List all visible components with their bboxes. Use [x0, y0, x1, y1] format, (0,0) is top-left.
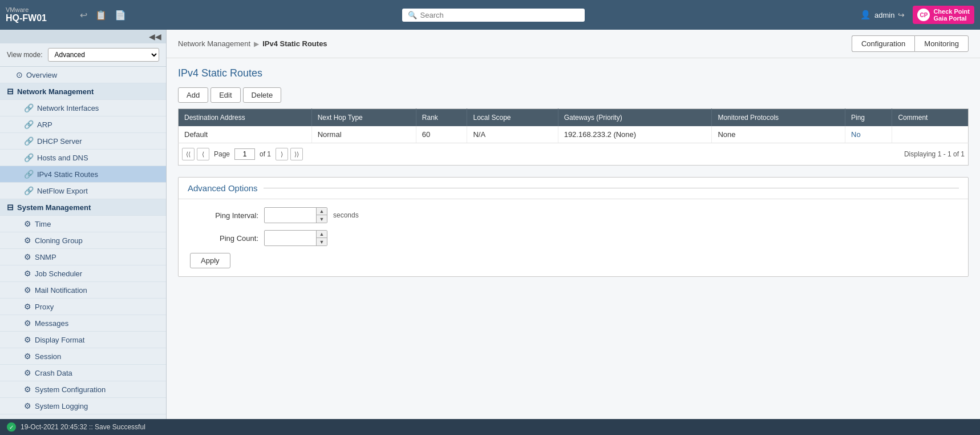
sidebar-item-hosts-dns[interactable]: 🔗 Hosts and DNS	[0, 150, 166, 166]
sidebar-item-label: System Configuration	[35, 385, 159, 394]
sidebar-item-snmp[interactable]: ⚙ SNMP	[0, 249, 166, 265]
sidebar-item-label: Messages	[35, 319, 159, 328]
ping-interval-input[interactable]: Default: 10	[265, 209, 316, 221]
cell-destination: Default	[179, 126, 312, 143]
page-first-button[interactable]: ⟨⟨	[182, 148, 195, 160]
time-icon: ⚙	[24, 219, 31, 228]
breadcrumb: Network Management ▶ IPv4 Static Routes	[178, 39, 327, 48]
ping-interval-down[interactable]: ▼	[317, 215, 327, 223]
ping-interval-up[interactable]: ▲	[317, 208, 327, 215]
breadcrumb-current: IPv4 Static Routes	[262, 39, 327, 48]
sidebar-item-display-format[interactable]: ⚙ Display Format	[0, 332, 166, 348]
network-mgmt-icon: ⊟	[7, 87, 14, 96]
add-button[interactable]: Add	[178, 87, 208, 103]
col-comment: Comment	[892, 109, 969, 127]
view-mode-select[interactable]: Advanced Basic	[48, 48, 159, 62]
sidebar-item-session[interactable]: ⚙ Session	[0, 348, 166, 365]
delete-button[interactable]: Delete	[243, 87, 282, 103]
status-success-icon: ✓	[7, 422, 16, 432]
page-prev-button[interactable]: ⟨	[197, 148, 209, 160]
session-icon: ⚙	[24, 352, 31, 361]
logout-icon[interactable]: ↪	[898, 10, 905, 19]
cloning-icon: ⚙	[24, 236, 31, 245]
configuration-button[interactable]: Configuration	[852, 35, 914, 52]
cell-next-hop: Normal	[311, 126, 416, 143]
sidebar-item-proxy[interactable]: ⚙ Proxy	[0, 299, 166, 315]
content-scroll: IPv4 Static Routes Add Edit Delete Desti…	[167, 58, 980, 419]
search-input[interactable]	[420, 11, 579, 19]
sidebar-item-system-management[interactable]: ⊟ System Management	[0, 199, 166, 216]
ping-count-input[interactable]: Default: 3	[265, 232, 316, 244]
snmp-icon: ⚙	[24, 252, 31, 261]
brand: VMware HQ-FW01	[6, 6, 63, 23]
sidebar-item-network-management[interactable]: ⊟ Network Management	[0, 83, 166, 100]
sidebar-item-network-interfaces[interactable]: 🔗 Network Interfaces	[0, 100, 166, 116]
apply-button[interactable]: Apply	[190, 253, 230, 268]
cell-rank: 60	[416, 126, 467, 143]
sidebar-item-dhcp-server[interactable]: 🔗 DHCP Server	[0, 133, 166, 150]
collapse-icon: ◀◀	[149, 32, 161, 41]
user-icon: 👤	[860, 10, 871, 20]
system-config-icon: ⚙	[24, 385, 31, 394]
clipboard-icon[interactable]: 📋	[95, 10, 107, 21]
sidebar-item-ipv4-static-routes[interactable]: 🔗 IPv4 Static Routes	[0, 166, 166, 183]
content-header: Network Management ▶ IPv4 Static Routes …	[167, 30, 980, 58]
back-icon[interactable]: ↩	[80, 10, 87, 21]
sidebar-item-label: IPv4 Static Routes	[37, 170, 159, 179]
display-count: Displaying 1 - 1 of 1	[904, 150, 965, 158]
sidebar-item-label: System Management	[17, 203, 159, 212]
page-next-button[interactable]: ⟩	[276, 148, 288, 160]
vmware-label: VMware	[6, 6, 63, 13]
page-title: IPv4 Static Routes	[178, 67, 969, 79]
page-input[interactable]	[234, 148, 255, 160]
status-text: 19-Oct-2021 20:45:32 :: Save Successful	[21, 423, 145, 431]
sidebar-item-label: Overview	[26, 71, 159, 79]
sidebar-item-messages[interactable]: ⚙ Messages	[0, 315, 166, 332]
hosts-dns-icon: 🔗	[24, 153, 34, 162]
document-icon[interactable]: 📄	[115, 10, 126, 21]
ping-interval-label: Ping Interval:	[190, 211, 258, 220]
checkpoint-logo: CP Check Point Gaia Portal	[913, 6, 974, 24]
routes-table: Destination Address Next Hop Type Rank L…	[178, 108, 969, 143]
sidebar-item-system-logging[interactable]: ⚙ System Logging	[0, 398, 166, 414]
sidebar-item-job-scheduler[interactable]: ⚙ Job Scheduler	[0, 265, 166, 282]
cell-local-scope: N/A	[467, 126, 558, 143]
system-logging-icon: ⚙	[24, 401, 31, 410]
ping-count-up[interactable]: ▲	[317, 231, 327, 238]
col-local-scope: Local Scope	[467, 109, 558, 127]
cell-comment	[892, 126, 969, 143]
sidebar-item-label: Job Scheduler	[35, 269, 159, 278]
sidebar-item-system-configuration[interactable]: ⚙ System Configuration	[0, 381, 166, 398]
pagination: ⟨⟨ ⟨ Page of 1 ⟩ ⟩⟩ Displaying 1 - 1 of …	[178, 143, 969, 166]
page-label: Page	[214, 150, 230, 158]
main-layout: ◀◀ View mode: Advanced Basic ⊙ Overview …	[0, 30, 980, 419]
sidebar-item-label: Display Format	[35, 336, 159, 344]
table-row[interactable]: Default Normal 60 N/A 192.168.233.2 (Non…	[179, 126, 969, 143]
hostname-label: HQ-FW01	[6, 13, 63, 23]
sidebar-item-cloning-group[interactable]: ⚙ Cloning Group	[0, 232, 166, 249]
ping-count-down[interactable]: ▼	[317, 238, 327, 245]
sidebar-item-overview[interactable]: ⊙ Overview	[0, 67, 166, 83]
sidebar-item-crash-data[interactable]: ⚙ Crash Data	[0, 365, 166, 381]
sidebar: ◀◀ View mode: Advanced Basic ⊙ Overview …	[0, 30, 167, 419]
sidebar-collapse-button[interactable]: ◀◀	[0, 30, 166, 43]
page-last-button[interactable]: ⟩⟩	[290, 148, 303, 160]
sidebar-item-arp[interactable]: 🔗 ARP	[0, 116, 166, 133]
breadcrumb-parent[interactable]: Network Management	[178, 39, 250, 48]
cell-ping: No	[845, 126, 892, 143]
advanced-options-body: Ping Interval: Default: 10 ▲ ▼ seconds P…	[179, 199, 968, 276]
monitoring-button[interactable]: Monitoring	[914, 35, 969, 52]
header-buttons: Configuration Monitoring	[852, 35, 969, 52]
ping-interval-unit: seconds	[333, 211, 359, 219]
sidebar-item-time[interactable]: ⚙ Time	[0, 216, 166, 232]
sidebar-item-netflow-export[interactable]: 🔗 NetFlow Export	[0, 183, 166, 199]
sidebar-item-mail-notification[interactable]: ⚙ Mail Notification	[0, 282, 166, 299]
edit-button[interactable]: Edit	[210, 87, 240, 103]
ping-count-spinner: Default: 3 ▲ ▼	[264, 230, 327, 246]
advanced-options-header: Advanced Options	[179, 178, 968, 199]
sidebar-item-label: Network Management	[17, 87, 159, 96]
job-scheduler-icon: ⚙	[24, 269, 31, 278]
sidebar-nav: ⊙ Overview ⊟ Network Management 🔗 Networ…	[0, 67, 166, 419]
messages-icon: ⚙	[24, 319, 31, 328]
sidebar-item-label: ARP	[37, 120, 159, 129]
